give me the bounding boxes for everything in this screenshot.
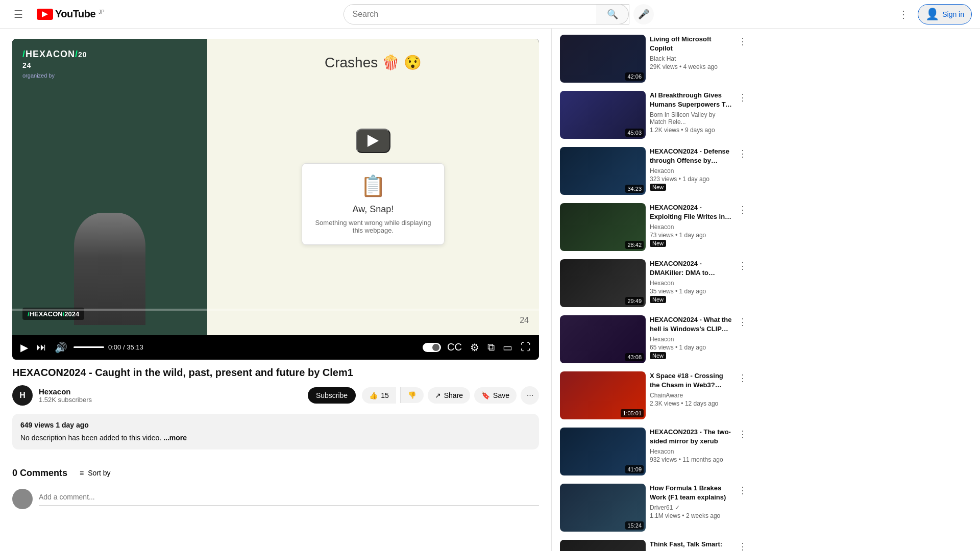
sign-in-button[interactable]: 👤 Sign in [918, 4, 972, 24]
sidebar-thumbnail: 28:42 [560, 203, 646, 251]
sidebar-title: AI Breakthrough Gives Humans Superpowers… [650, 91, 733, 109]
mic-icon: 🎤 [638, 9, 649, 20]
subtitles-button[interactable]: CC [445, 339, 464, 355]
sidebar-title: X Space #18 - Crossing the Chasm in Web3… [650, 371, 733, 390]
save-button[interactable]: 🔖 Save [474, 387, 517, 404]
desc-stats: 649 views 1 day ago [20, 420, 531, 431]
organized-by-label: organized by [22, 72, 55, 79]
sidebar-item[interactable]: 28:42 HEXACON2024 - Exploiting File Writ… [558, 201, 750, 253]
video-title: HEXACON2024 - Caught in the wild, past, … [12, 366, 539, 379]
description-text: No description has been added to this vi… [20, 434, 161, 442]
search-input[interactable] [344, 5, 596, 24]
mic-button[interactable]: 🎤 [633, 4, 654, 24]
sidebar-item[interactable]: 1:05:01 X Space #18 - Crossing the Chasm… [558, 369, 750, 421]
share-icon: ↗ [435, 391, 441, 399]
comments-section: 0 Comments ≡ Sort by [12, 468, 539, 509]
sidebar-channel: Hexacon [650, 336, 733, 343]
sidebar-info: HEXACON2023 - The two-sided mirror by xe… [650, 428, 733, 475]
sidebar-channel: Hexacon [650, 167, 733, 174]
sidebar-item[interactable]: Think Fast, Talk Smart: Communication Te… [558, 538, 750, 551]
sidebar-more-button[interactable]: ⋮ [737, 315, 748, 329]
snap-title: Aw, Snap! [314, 204, 432, 215]
sidebar-thumbnail: 42:06 [560, 35, 646, 83]
hamburger-button[interactable]: ☰ [8, 4, 29, 24]
settings-button[interactable]: ⚙ [468, 339, 481, 356]
sidebar-channel: Driver61 ✓ [650, 504, 733, 511]
play-pause-button[interactable]: ▶ [18, 339, 30, 356]
sidebar-info: Living off Microsoft Copilot Black Hat 2… [650, 35, 733, 83]
toggle-knob [432, 344, 439, 351]
sidebar-more-button[interactable]: ⋮ [737, 484, 748, 497]
progress-bar-container[interactable] [12, 309, 539, 311]
sidebar-item[interactable]: 45:03 AI Breakthrough Gives Humans Super… [558, 89, 750, 141]
volume-slider[interactable] [74, 346, 104, 348]
sidebar-info: HEXACON2024 - Exploiting File Writes in … [650, 203, 733, 251]
sidebar-meta: 73 views • 1 day ago [650, 232, 733, 239]
miniplayer-button[interactable]: ⧉ [485, 339, 497, 355]
more-actions-button[interactable]: ⋯ [521, 386, 539, 405]
video-crash-panel: Crashes 🍿 😯 📋 Aw, Snap! Something went w… [207, 39, 539, 335]
dislike-button[interactable]: 👎 [400, 387, 424, 403]
sidebar-item[interactable]: 42:06 Living off Microsoft Copilot Black… [558, 33, 750, 85]
sidebar-more-button[interactable]: ⋮ [737, 428, 748, 441]
sidebar-more-button[interactable]: ⋮ [737, 259, 748, 272]
sidebar-item[interactable]: 41:09 HEXACON2023 - The two-sided mirror… [558, 425, 750, 478]
search-button[interactable]: 🔍 [596, 4, 629, 24]
youtube-logo-icon [37, 9, 53, 20]
video-speaker-panel: /HEXACON/2024 organized by /HEXACON/2024 [12, 39, 207, 335]
upload-time: 1 day ago [56, 421, 89, 429]
subscribe-button[interactable]: Subscribe [308, 387, 356, 404]
more-icon: ⋮ [898, 8, 909, 20]
theater-button[interactable]: ▭ [501, 339, 514, 356]
sidebar-item[interactable]: 43:08 HEXACON2024 - What the hell is Win… [558, 313, 750, 365]
sidebar-title: How Formula 1 Brakes Work (F1 team expla… [650, 484, 733, 502]
sidebar-item[interactable]: 29:49 HEXACON2024 - DMAKiller: DMA to Es… [558, 257, 750, 309]
play-button-overlay[interactable] [356, 129, 390, 153]
channel-name[interactable]: Hexacon [39, 387, 302, 396]
sidebar-meta: 35 views • 1 day ago [650, 288, 733, 295]
thumb-duration: 28:42 [625, 241, 644, 249]
toggle-switch[interactable] [423, 343, 441, 352]
autoplay-toggle[interactable] [423, 343, 441, 352]
sidebar-meta: 1.2K views • 9 days ago [650, 127, 733, 134]
comments-count: 0 Comments [12, 468, 67, 479]
video-frame: /HEXACON/2024 organized by /HEXACON/2024 [12, 39, 539, 335]
sidebar-more-button[interactable]: ⋮ [737, 371, 748, 385]
sidebar-channel: Hexacon [650, 448, 733, 455]
sidebar-title: Think Fast, Talk Smart: Communication Te… [650, 540, 733, 551]
sidebar-title: HEXACON2023 - The two-sided mirror by xe… [650, 428, 733, 446]
crashes-text-area: Crashes 🍿 😯 [207, 54, 539, 71]
sidebar-more-button[interactable]: ⋮ [737, 203, 748, 216]
sort-button[interactable]: ≡ Sort by [80, 469, 111, 477]
comments-header: 0 Comments ≡ Sort by [12, 468, 539, 479]
more-options-button[interactable]: ⋮ [893, 4, 914, 24]
sidebar-meta: 2.3K views • 12 days ago [650, 400, 733, 407]
logo-badge: JP [99, 9, 105, 15]
description-more[interactable]: ...more [163, 434, 187, 442]
sidebar-item[interactable]: 34:23 HEXACON2024 - Defense through Offe… [558, 145, 750, 197]
sidebar-item[interactable]: 15:24 How Formula 1 Brakes Work (F1 team… [558, 482, 750, 534]
sidebar-more-button[interactable]: ⋮ [737, 147, 748, 160]
fullscreen-button[interactable]: ⛶ [519, 339, 533, 355]
share-label: Share [444, 391, 463, 399]
sidebar-more-button[interactable]: ⋮ [737, 91, 748, 104]
new-badge: New [650, 296, 666, 303]
like-count: 15 [381, 391, 389, 399]
comment-input[interactable] [39, 489, 539, 506]
action-buttons: 👍 15 👎 ↗ Share 🔖 Save ⋯ [362, 386, 539, 405]
sidebar-more-button[interactable]: ⋮ [737, 540, 748, 551]
like-button[interactable]: 👍 15 [362, 387, 396, 404]
channel-subs: 1.52K subscribers [39, 396, 302, 404]
thumb-duration: 41:09 [625, 465, 644, 473]
save-icon: 🔖 [481, 391, 490, 399]
share-button[interactable]: ↗ Share [428, 387, 470, 404]
next-button[interactable]: ⏭ [34, 339, 48, 355]
user-icon: 👤 [925, 8, 939, 21]
logo-area[interactable]: YouTube JP [37, 8, 105, 20]
volume-button[interactable]: 🔊 [53, 339, 69, 356]
sidebar-more-button[interactable]: ⋮ [737, 35, 748, 48]
sidebar-channel: Born In Silicon Valley by Match Rele... [650, 111, 733, 126]
video-player: /HEXACON/2024 organized by /HEXACON/2024 [12, 39, 539, 360]
sidebar-meta: 932 views • 11 months ago [650, 456, 733, 463]
thumb-duration: 15:24 [625, 521, 644, 530]
